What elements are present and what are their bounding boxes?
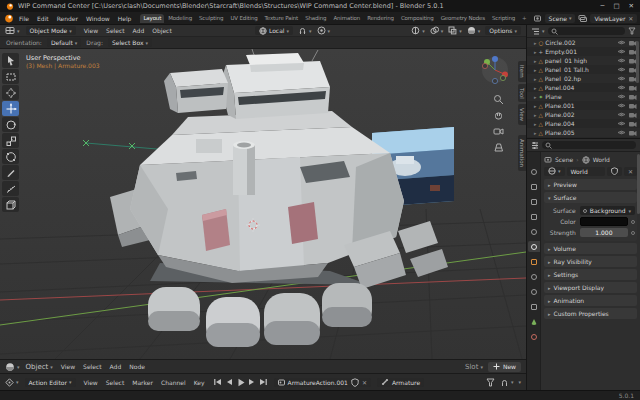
action-datablock-field[interactable]: ArmatureAction.001 ✕ [274, 378, 371, 387]
animate-decorator-icon[interactable] [631, 231, 635, 235]
menu-item[interactable]: Select [104, 26, 127, 35]
play-button-icon[interactable] [236, 378, 245, 387]
next-keyframe-icon[interactable] [248, 378, 256, 386]
outliner-row[interactable]: Plane.005 [527, 128, 640, 137]
tab-world[interactable] [528, 241, 540, 252]
editor-type-3dview-icon[interactable] [5, 26, 20, 35]
eye-icon[interactable] [617, 120, 626, 127]
slot-selector[interactable]: Slot [465, 363, 483, 371]
eye-icon[interactable] [617, 57, 626, 64]
disclosure-icon[interactable] [534, 120, 537, 127]
perspective-toggle-icon[interactable] [492, 141, 504, 153]
outliner-row[interactable]: Plane [527, 92, 640, 101]
tab-material[interactable] [528, 331, 540, 342]
object-name[interactable]: Plane [545, 93, 615, 100]
tool-tweak[interactable] [2, 53, 19, 68]
menu-item[interactable]: Marker [130, 378, 155, 387]
jump-to-end-icon[interactable] [259, 378, 268, 386]
tool-transform[interactable] [2, 149, 19, 164]
object-name[interactable]: Empty.001 [545, 48, 615, 55]
sidebar-tab[interactable]: Item [518, 61, 526, 82]
fake-user-shield-icon[interactable] [351, 378, 359, 387]
workspace-tab[interactable]: + [519, 14, 529, 23]
object-name[interactable]: panel_01 high [545, 57, 615, 64]
tab-scene[interactable] [528, 226, 540, 237]
breadcrumb-scene[interactable]: Scene [555, 156, 573, 163]
camera-visibility-icon[interactable] [628, 120, 637, 128]
disclosure-icon[interactable] [534, 102, 537, 109]
menu-item[interactable]: View [82, 378, 100, 387]
navigation-gizmo[interactable] [480, 55, 510, 87]
disclosure-icon[interactable] [534, 75, 537, 82]
shader-type-selector[interactable]: Object [26, 363, 53, 371]
outliner-row[interactable]: Plane.004 [527, 119, 640, 128]
disclosure-icon[interactable] [534, 48, 537, 55]
camera-view-icon[interactable] [492, 125, 504, 137]
menu-item[interactable]: File [17, 14, 31, 23]
editor-type-outliner-icon[interactable] [531, 27, 545, 35]
eye-icon[interactable] [617, 75, 626, 82]
eye-icon[interactable] [617, 84, 626, 91]
animate-decorator-icon[interactable] [631, 220, 635, 224]
tab-modifiers[interactable] [528, 271, 540, 282]
camera-visibility-icon[interactable] [628, 93, 637, 101]
world-browse-button[interactable] [544, 167, 565, 176]
outliner-filter-icon[interactable] [628, 27, 636, 35]
zoom-icon[interactable] [492, 93, 504, 105]
disclosure-icon[interactable] [534, 66, 537, 73]
tab-render[interactable] [528, 181, 540, 192]
tool-move[interactable] [2, 101, 19, 116]
menu-item[interactable]: Key [192, 378, 207, 387]
object-name[interactable]: Plane.005 [545, 129, 615, 136]
menu-item[interactable]: Add [108, 362, 124, 371]
outliner-row[interactable]: Panel_01 Tall.h [527, 65, 640, 74]
blender-menu-logo-icon[interactable] [4, 13, 14, 23]
workspace-tab[interactable]: Shading [302, 14, 329, 23]
menu-item[interactable]: Render [55, 14, 80, 23]
eye-icon[interactable] [617, 66, 626, 73]
outliner-row[interactable]: Empty.001 [527, 47, 640, 56]
xray-icon[interactable] [448, 26, 462, 35]
menu-item[interactable]: Node [127, 362, 147, 371]
shading-mode-icon[interactable] [467, 26, 481, 35]
tool-add-cube[interactable] [2, 197, 19, 212]
panel-settings[interactable]: Settings [544, 269, 637, 280]
menu-item[interactable]: Add [131, 26, 147, 35]
show-overlays-icon[interactable] [430, 26, 444, 35]
orientation-dropdown[interactable]: Default [47, 38, 81, 47]
outliner-search-input[interactable] [548, 27, 625, 35]
workspace-tab[interactable]: Compositing [398, 14, 437, 23]
viewlayer-selector[interactable]: ViewLayer✕ [590, 14, 637, 23]
workspace-tab[interactable]: Rendering [364, 14, 397, 23]
disclosure-icon[interactable] [534, 93, 537, 100]
unlink-world-button[interactable]: ✕ [624, 167, 637, 176]
tab-physics[interactable] [528, 286, 540, 297]
tab-output[interactable] [528, 196, 540, 207]
unlink-action-icon[interactable]: ✕ [362, 379, 367, 386]
workspace-tab[interactable]: UV Editing [227, 14, 260, 23]
camera-visibility-icon[interactable] [628, 102, 637, 110]
sidebar-tab[interactable]: View [518, 104, 526, 125]
world-color-swatch[interactable] [580, 217, 628, 226]
pan-hand-icon[interactable] [492, 109, 504, 121]
outliner-row[interactable]: Plane.002 [527, 110, 640, 119]
object-name[interactable]: Panel_01 Tall.h [545, 66, 615, 73]
prev-keyframe-icon[interactable] [225, 378, 233, 386]
eye-icon[interactable] [617, 102, 626, 109]
panel-animation[interactable]: Animation [544, 295, 637, 306]
disclosure-icon[interactable] [534, 57, 537, 64]
menu-item[interactable]: Object [150, 26, 174, 35]
eye-icon[interactable] [617, 111, 626, 118]
outliner-scrollbar[interactable] [636, 41, 639, 83]
editor-type-properties-icon[interactable] [531, 141, 539, 149]
editor-type-dopesheet-icon[interactable] [5, 378, 19, 387]
menu-item[interactable]: Window [84, 14, 112, 23]
armature-target-field[interactable]: Armature [377, 378, 424, 387]
viewport-3d-scene[interactable] [0, 49, 526, 359]
eye-icon[interactable] [617, 93, 626, 100]
panel-viewport-display[interactable]: Viewport Display [544, 282, 637, 293]
disclosure-icon[interactable] [534, 111, 537, 118]
tool-scale[interactable] [2, 133, 19, 148]
panel-surface[interactable]: Surface [544, 192, 637, 203]
panel-ray-visibility[interactable]: Ray Visibility [544, 256, 637, 267]
